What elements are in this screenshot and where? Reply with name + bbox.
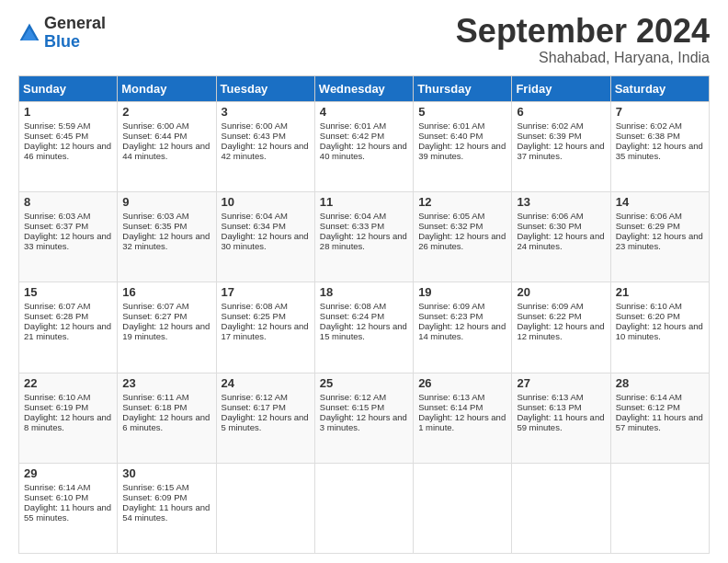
day-number: 23 xyxy=(122,376,210,390)
header-wednesday: Wednesday xyxy=(314,76,413,102)
daylight-label: Daylight: 11 hours and 59 minutes. xyxy=(517,412,604,432)
sunrise-label: Sunrise: 6:06 AM xyxy=(616,211,682,221)
day-number: 13 xyxy=(517,195,605,209)
daylight-label: Daylight: 11 hours and 57 minutes. xyxy=(616,412,703,432)
sunrise-label: Sunrise: 6:00 AM xyxy=(122,121,188,131)
day-number: 18 xyxy=(320,285,408,299)
logo-text: General Blue xyxy=(44,15,106,52)
calendar-cell xyxy=(314,463,413,553)
header-tuesday: Tuesday xyxy=(216,76,314,102)
day-number: 8 xyxy=(24,195,112,209)
calendar-cell: 26 Sunrise: 6:13 AM Sunset: 6:14 PM Dayl… xyxy=(414,373,512,463)
header-saturday: Saturday xyxy=(610,76,709,102)
sunset-label: Sunset: 6:24 PM xyxy=(320,311,384,321)
day-number: 25 xyxy=(320,376,408,390)
sunset-label: Sunset: 6:33 PM xyxy=(320,221,384,231)
sunrise-label: Sunrise: 6:07 AM xyxy=(122,301,188,311)
header-row: Sunday Monday Tuesday Wednesday Thursday… xyxy=(19,76,710,102)
sunset-label: Sunset: 6:15 PM xyxy=(320,402,384,412)
calendar-cell xyxy=(512,463,610,553)
sunset-label: Sunset: 6:30 PM xyxy=(517,221,581,231)
calendar-week-1: 1 Sunrise: 5:59 AM Sunset: 6:45 PM Dayli… xyxy=(19,102,710,192)
daylight-label: Daylight: 12 hours and 33 minutes. xyxy=(24,231,111,251)
sunrise-label: Sunrise: 6:08 AM xyxy=(320,301,386,311)
calendar-cell: 16 Sunrise: 6:07 AM Sunset: 6:27 PM Dayl… xyxy=(118,282,216,373)
sunrise-label: Sunrise: 6:02 AM xyxy=(616,121,682,131)
day-number: 21 xyxy=(616,285,704,299)
daylight-label: Daylight: 11 hours and 55 minutes. xyxy=(24,502,111,523)
sunset-label: Sunset: 6:23 PM xyxy=(418,311,483,321)
sunrise-label: Sunrise: 6:08 AM xyxy=(222,301,288,311)
calendar-cell: 24 Sunrise: 6:12 AM Sunset: 6:17 PM Dayl… xyxy=(216,373,314,463)
sunset-label: Sunset: 6:42 PM xyxy=(320,131,384,141)
daylight-label: Daylight: 12 hours and 12 minutes. xyxy=(517,321,604,341)
calendar-cell: 7 Sunrise: 6:02 AM Sunset: 6:38 PM Dayli… xyxy=(610,102,709,192)
daylight-label: Daylight: 12 hours and 42 minutes. xyxy=(222,141,309,161)
sunset-label: Sunset: 6:37 PM xyxy=(24,221,88,231)
calendar-cell: 29 Sunrise: 6:14 AM Sunset: 6:10 PM Dayl… xyxy=(19,463,118,553)
day-number: 15 xyxy=(24,285,112,299)
sunset-label: Sunset: 6:20 PM xyxy=(616,311,680,321)
daylight-label: Daylight: 12 hours and 21 minutes. xyxy=(24,321,111,341)
sunrise-label: Sunrise: 6:09 AM xyxy=(418,301,484,311)
sunset-label: Sunset: 6:27 PM xyxy=(122,311,187,321)
calendar-week-4: 22 Sunrise: 6:10 AM Sunset: 6:19 PM Dayl… xyxy=(19,373,710,463)
sunrise-label: Sunrise: 6:03 AM xyxy=(24,211,90,221)
daylight-label: Daylight: 12 hours and 32 minutes. xyxy=(122,231,210,251)
calendar-table: Sunday Monday Tuesday Wednesday Thursday… xyxy=(18,75,710,554)
day-number: 20 xyxy=(517,285,605,299)
calendar-cell: 20 Sunrise: 6:09 AM Sunset: 6:22 PM Dayl… xyxy=(512,282,610,373)
day-number: 10 xyxy=(222,195,310,209)
logo-blue: Blue xyxy=(44,32,80,51)
sunrise-label: Sunrise: 6:07 AM xyxy=(24,301,90,311)
calendar-cell: 5 Sunrise: 6:01 AM Sunset: 6:40 PM Dayli… xyxy=(414,102,512,192)
sunset-label: Sunset: 6:39 PM xyxy=(517,131,581,141)
header: General Blue September 2024 Shahabad, Ha… xyxy=(18,15,710,66)
sunrise-label: Sunrise: 6:09 AM xyxy=(517,301,583,311)
sunrise-label: Sunrise: 6:15 AM xyxy=(122,482,188,492)
sunset-label: Sunset: 6:45 PM xyxy=(24,131,88,141)
calendar-cell: 1 Sunrise: 5:59 AM Sunset: 6:45 PM Dayli… xyxy=(19,102,118,192)
sunset-label: Sunset: 6:28 PM xyxy=(24,311,88,321)
day-number: 28 xyxy=(616,376,704,390)
sunrise-label: Sunrise: 6:04 AM xyxy=(222,211,288,221)
sunrise-label: Sunrise: 6:00 AM xyxy=(222,121,288,131)
sunset-label: Sunset: 6:14 PM xyxy=(418,402,483,412)
sunrise-label: Sunrise: 6:12 AM xyxy=(320,392,386,402)
daylight-label: Daylight: 12 hours and 40 minutes. xyxy=(320,141,407,161)
daylight-label: Daylight: 12 hours and 28 minutes. xyxy=(320,231,407,251)
calendar-cell xyxy=(216,463,314,553)
daylight-label: Daylight: 12 hours and 8 minutes. xyxy=(24,412,111,432)
calendar-cell: 8 Sunrise: 6:03 AM Sunset: 6:37 PM Dayli… xyxy=(19,192,118,282)
header-sunday: Sunday xyxy=(19,76,118,102)
sunrise-label: Sunrise: 6:05 AM xyxy=(418,211,484,221)
sunrise-label: Sunrise: 5:59 AM xyxy=(24,121,90,131)
calendar-cell: 19 Sunrise: 6:09 AM Sunset: 6:23 PM Dayl… xyxy=(414,282,512,373)
header-friday: Friday xyxy=(512,76,610,102)
sunrise-label: Sunrise: 6:10 AM xyxy=(616,301,682,311)
calendar-cell: 3 Sunrise: 6:00 AM Sunset: 6:43 PM Dayli… xyxy=(216,102,314,192)
day-number: 9 xyxy=(122,195,210,209)
calendar-cell: 10 Sunrise: 6:04 AM Sunset: 6:34 PM Dayl… xyxy=(216,192,314,282)
sunset-label: Sunset: 6:44 PM xyxy=(122,131,187,141)
calendar-cell xyxy=(414,463,512,553)
calendar-cell: 17 Sunrise: 6:08 AM Sunset: 6:25 PM Dayl… xyxy=(216,282,314,373)
sunset-label: Sunset: 6:09 PM xyxy=(122,492,187,502)
calendar-cell: 13 Sunrise: 6:06 AM Sunset: 6:30 PM Dayl… xyxy=(512,192,610,282)
calendar-cell: 11 Sunrise: 6:04 AM Sunset: 6:33 PM Dayl… xyxy=(314,192,413,282)
daylight-label: Daylight: 12 hours and 3 minutes. xyxy=(320,412,407,432)
sunrise-label: Sunrise: 6:01 AM xyxy=(418,121,484,131)
sunset-label: Sunset: 6:13 PM xyxy=(517,402,581,412)
logo-general: General xyxy=(44,14,106,32)
day-number: 1 xyxy=(24,105,112,119)
daylight-label: Daylight: 12 hours and 26 minutes. xyxy=(418,231,506,251)
daylight-label: Daylight: 12 hours and 5 minutes. xyxy=(222,412,309,432)
daylight-label: Daylight: 12 hours and 6 minutes. xyxy=(122,412,210,432)
sunset-label: Sunset: 6:18 PM xyxy=(122,402,187,412)
daylight-label: Daylight: 12 hours and 1 minute. xyxy=(418,412,506,432)
sunrise-label: Sunrise: 6:06 AM xyxy=(517,211,583,221)
daylight-label: Daylight: 12 hours and 39 minutes. xyxy=(418,141,506,161)
sunset-label: Sunset: 6:19 PM xyxy=(24,402,88,412)
day-number: 29 xyxy=(24,466,112,480)
sunrise-label: Sunrise: 6:11 AM xyxy=(122,392,188,402)
